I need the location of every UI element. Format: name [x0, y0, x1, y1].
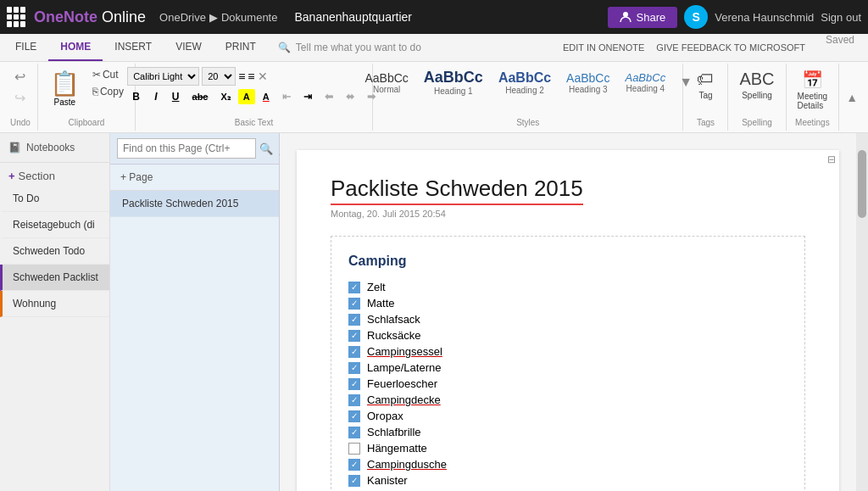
checkbox[interactable]: ✓: [348, 459, 360, 471]
clear-format-icon[interactable]: ✕: [258, 70, 268, 83]
sidebar-page-wohnung[interactable]: Wohnung: [0, 291, 109, 317]
breadcrumb-dokumente[interactable]: Dokumente: [221, 11, 277, 24]
notebooks-nav[interactable]: 📓 Notebooks: [0, 133, 109, 163]
tab-print[interactable]: PRINT: [214, 34, 268, 61]
breadcrumb-onedrive[interactable]: OneDrive: [159, 11, 206, 24]
sidebar: 📓 Notebooks + Section To Do Reisetagebuc…: [0, 133, 110, 491]
indent-more-button[interactable]: ⇥: [298, 88, 317, 105]
app-grid-icon[interactable]: [7, 7, 27, 27]
italic-button[interactable]: I: [147, 88, 164, 105]
add-page-btn[interactable]: + Page: [110, 165, 279, 191]
align-center-button[interactable]: ⬌: [341, 88, 359, 105]
skype-initial: S: [693, 10, 700, 24]
app-name-online: Online: [97, 8, 146, 25]
strikethrough-button[interactable]: abc: [187, 89, 214, 104]
checkbox[interactable]: ✓: [348, 427, 360, 438]
ribbon-toolbar: ↩ ↪ Undo 📋 Paste ✂ Cut ⎘ Copy Clipboard: [0, 62, 868, 133]
search-btn[interactable]: 🔍: [259, 142, 273, 155]
checklist-item: ✓Lampe/Laterne: [348, 360, 787, 376]
notebook-icon: 📓: [8, 142, 21, 153]
tab-view[interactable]: VIEW: [164, 34, 214, 61]
underline-button[interactable]: U: [167, 88, 185, 105]
checkbox[interactable]: ✓: [348, 314, 360, 326]
style-normal[interactable]: AaBbCc Normal: [360, 70, 414, 96]
font-selector[interactable]: Calibri Light: [127, 67, 199, 86]
font-size-selector[interactable]: 20: [202, 67, 236, 86]
edit-in-onenote-btn[interactable]: EDIT IN ONENOTE: [563, 42, 644, 53]
subscript-button[interactable]: X₂: [215, 89, 235, 105]
checkbox[interactable]: ✓: [348, 282, 360, 293]
checklist-item: ✓Schlafbrille: [348, 424, 787, 440]
undo-group-content: ↩ ↪: [11, 67, 29, 108]
checkbox[interactable]: ✓: [348, 378, 360, 390]
ribbon-collapse-btn[interactable]: ▲: [839, 87, 865, 108]
checkbox[interactable]: [348, 443, 360, 455]
sidebar-page-todo[interactable]: To Do: [0, 186, 109, 212]
cut-button[interactable]: ✂ Cut: [88, 67, 128, 82]
undo-redo-col: ↩ ↪: [11, 67, 29, 108]
add-section-btn[interactable]: + Section: [0, 163, 109, 186]
page-title: Packliste Schweden 2015: [331, 176, 583, 205]
basic-text-group: Calibri Light 20 ≡ ≡ ✕ B I U abc X₂ A A …: [136, 64, 373, 131]
sidebar-page-schweden-todo[interactable]: Schweden Todo: [0, 238, 109, 265]
tab-home[interactable]: HOME: [48, 34, 103, 61]
collapse-btn[interactable]: ⊟: [827, 153, 836, 165]
clipboard-content: 📋 Paste ✂ Cut ⎘ Copy: [45, 67, 128, 109]
checklist-item-text: Lampe/Laterne: [367, 361, 441, 374]
notebook-name: Bananenhauptquartier: [294, 10, 412, 24]
give-feedback-btn[interactable]: GIVE FEEDBACK TO MICROSOFT: [656, 42, 805, 53]
scrollbar[interactable]: [856, 133, 868, 491]
style-h2-label: Heading 2: [505, 86, 544, 95]
spelling-button[interactable]: ABC Spelling: [735, 67, 778, 103]
tab-insert[interactable]: INSERT: [103, 34, 164, 61]
checklist-item-text: Feuerloescher: [367, 377, 437, 390]
checklist-item-text: Schlafbrille: [367, 426, 421, 438]
style-h3[interactable]: AaBbCc Heading 3: [561, 70, 615, 96]
checklist-item: ✓Feuerloescher: [348, 376, 787, 392]
paste-icon: 📋: [50, 70, 80, 98]
tags-group: 🏷 Tag Tags: [683, 64, 728, 131]
bold-button[interactable]: B: [127, 88, 145, 105]
main-layout: 📓 Notebooks + Section To Do Reisetagebuc…: [0, 133, 868, 491]
tab-file[interactable]: FILE: [3, 34, 48, 61]
checkbox[interactable]: ✓: [348, 394, 360, 406]
checklist-item-text: Rucksäcke: [367, 329, 421, 342]
checklist-item-text: Zelt: [367, 281, 386, 293]
copy-button[interactable]: ⎘ Copy: [88, 84, 128, 99]
skype-icon[interactable]: S: [684, 5, 708, 29]
search-page-input[interactable]: [117, 138, 256, 159]
checkbox[interactable]: ✓: [348, 298, 360, 310]
highlight-button[interactable]: A: [238, 89, 255, 104]
scrollbar-thumb[interactable]: [858, 150, 866, 218]
style-h1[interactable]: AaBbCc Heading 1: [419, 67, 488, 98]
redo-button[interactable]: ↪: [11, 88, 29, 108]
content-box: Camping ✓Zelt✓Matte✓Schlafsack✓Rucksäcke…: [331, 236, 805, 491]
checkbox[interactable]: ✓: [348, 330, 360, 342]
checkbox[interactable]: ✓: [348, 362, 360, 374]
undo-button[interactable]: ↩: [11, 67, 29, 86]
align-left-button[interactable]: ⬅: [320, 88, 338, 105]
list-bullet-icon[interactable]: ≡: [238, 70, 245, 83]
checklist-item: ✓Campingdecke: [348, 392, 787, 408]
style-h2[interactable]: AaBbCc Heading 2: [493, 69, 556, 97]
sign-out-button[interactable]: Sign out: [821, 11, 861, 24]
page-item-packliste[interactable]: Packliste Schweden 2015: [110, 191, 279, 217]
tag-button[interactable]: 🏷 Tag: [690, 67, 721, 103]
font-color-button[interactable]: A: [258, 89, 275, 104]
sidebar-page-schweden-packlist[interactable]: Schweden Packlist: [0, 265, 109, 291]
spelling-group: ABC Spelling Spelling: [728, 64, 786, 131]
style-h4[interactable]: AaBbCc Heading 4: [620, 70, 670, 95]
indent-less-button[interactable]: ⇤: [277, 88, 296, 105]
checkbox[interactable]: ✓: [348, 410, 360, 422]
checkbox[interactable]: ✓: [348, 346, 360, 358]
meeting-details-button[interactable]: 📅 Meeting Details: [793, 67, 832, 113]
sidebar-page-reisetagebuch[interactable]: Reisetagebuch (di: [0, 212, 109, 238]
sections-panel: 🔍 📌 + Page Packliste Schweden 2015: [110, 133, 280, 491]
paste-button[interactable]: 📋 Paste: [45, 67, 85, 109]
share-button[interactable]: Share: [608, 7, 678, 28]
checklist-item: ✓Matte: [348, 295, 787, 311]
list-number-icon[interactable]: ≡: [248, 70, 254, 83]
spelling-icon: ABC: [739, 70, 774, 89]
checkbox[interactable]: ✓: [348, 475, 360, 487]
section-title: Camping: [348, 254, 787, 269]
